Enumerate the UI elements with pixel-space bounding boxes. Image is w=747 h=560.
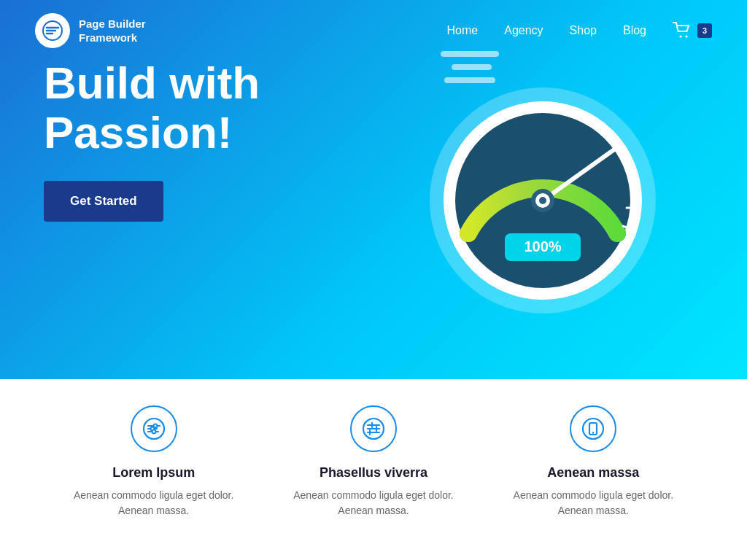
feature-aenean: Aenean massa Aenean commodo ligula eget …	[484, 405, 703, 518]
features-section: Lorem Ipsum Aenean commodo ligula eget d…	[0, 379, 747, 560]
svg-point-12	[539, 197, 546, 204]
feature-desc-1: Aenean commodo ligula eget dolor. Aenean…	[285, 488, 461, 518]
feature-title-1: Phasellus viverra	[320, 465, 427, 481]
feature-lorem-ipsum: Lorem Ipsum Aenean commodo ligula eget d…	[44, 405, 263, 518]
feature-desc-0: Aenean commodo ligula eget dolor. Aenean…	[66, 488, 241, 518]
svg-text:100%: 100%	[524, 238, 561, 254]
svg-point-31	[583, 419, 603, 439]
logo-text: Page Builder Framework	[79, 17, 146, 45]
feature-icon-mobile	[570, 405, 616, 452]
hero-content: Build with Passion! Get Started	[44, 58, 260, 222]
feature-title-0: Lorem Ipsum	[112, 465, 195, 481]
svg-point-23	[152, 430, 155, 434]
feature-icon-list-sliders	[350, 405, 397, 452]
feature-icon-sliders	[131, 405, 177, 452]
hero-section: Page Builder Framework Home Agency Shop …	[0, 0, 747, 379]
logo-icon	[35, 13, 70, 48]
gauge-svg: 100%	[419, 66, 667, 314]
speedometer-illustration: 100%	[397, 29, 703, 335]
feature-desc-2: Aenean commodo ligula eget dolor. Aenean…	[506, 488, 681, 518]
feature-phasellus: Phasellus viverra Aenean commodo ligula …	[263, 405, 483, 518]
logo-link[interactable]: Page Builder Framework	[35, 13, 146, 48]
get-started-button[interactable]: Get Started	[44, 181, 163, 222]
feature-title-2: Aenean massa	[547, 465, 639, 481]
hero-title: Build with Passion!	[44, 58, 260, 158]
